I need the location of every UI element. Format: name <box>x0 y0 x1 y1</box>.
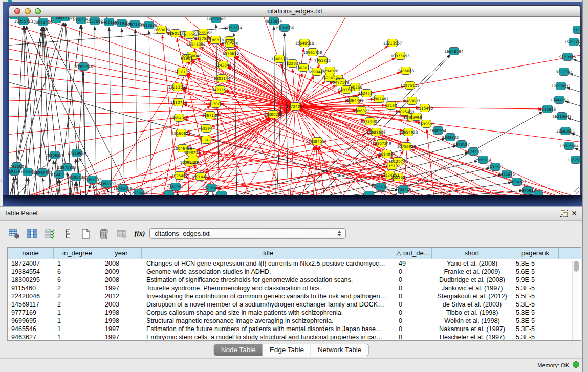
graph-node-label: 9242848 <box>215 63 232 68</box>
float-panel-icon[interactable] <box>560 210 568 217</box>
graph-node-label: 1112 <box>573 28 580 32</box>
cell-in_degree: 1 <box>54 333 101 341</box>
cell-pagerank: 5.3E-5 <box>512 325 559 333</box>
cell-in_degree: 1 <box>54 317 101 325</box>
graph-node-label: 19654983 <box>169 116 188 120</box>
graph-node-label: 3267130 <box>202 113 219 118</box>
table-header-row: namein_degreeyeartitle△ out_de…shortpage… <box>8 248 581 259</box>
graph-node-label: 10807487 <box>369 97 388 101</box>
column-filter-icon[interactable] <box>44 228 56 240</box>
graph-node[interactable] <box>217 191 227 196</box>
cell-title: Estimation of the future numbers of pati… <box>142 325 395 333</box>
graph-edge[interactable] <box>142 110 291 196</box>
network-canvas[interactable]: 1905571320691406169377191065325715276026… <box>9 17 580 195</box>
graph-edge[interactable] <box>298 76 314 102</box>
graph-node-label: 16120746 <box>388 159 407 164</box>
cell-year: 2012 <box>101 292 142 300</box>
table-row[interactable]: 946554611997Estimation of the future num… <box>8 325 581 333</box>
cell-short: Yano et al. (2008) <box>432 259 512 268</box>
graph-node-label: 9115460 <box>417 106 433 111</box>
cell-short: Nakamura et al. (1997) <box>432 325 512 333</box>
column-header-in_degree[interactable]: in_degree <box>54 248 101 259</box>
column-header-out_de[interactable]: △ out_de… <box>395 248 432 259</box>
graph-node-label: 3498222 <box>184 150 201 155</box>
table-row[interactable]: 1872400712008Changes of HCN gene express… <box>8 259 581 268</box>
cell-short: Franke et al. (2009) <box>432 268 512 276</box>
table-row[interactable]: 911546021997Tourette syndrome. Phenomeno… <box>8 284 581 292</box>
right-scrollbar-strip[interactable] <box>582 0 588 372</box>
graph-node-label: 10688609 <box>366 130 385 135</box>
network-window-titlebar[interactable]: citations_edges.txt <box>9 6 580 17</box>
memory-status-icon <box>573 361 579 368</box>
table-row[interactable]: 946362711997Embryonic stem cells: a mode… <box>8 333 581 341</box>
delete-trash-icon[interactable] <box>98 228 110 240</box>
column-header-title[interactable]: title <box>142 248 395 259</box>
cell-in_degree: 2 <box>54 284 101 292</box>
graph-node-label: 16914479 <box>191 174 210 179</box>
graph-node-label: 9227342 <box>556 70 573 74</box>
import-table-icon[interactable] <box>116 228 128 240</box>
graph-node-label: 17359934 <box>67 151 86 156</box>
graph-node-label: 20053346 <box>74 64 93 69</box>
select-columns-icon[interactable] <box>26 228 38 240</box>
table-row[interactable]: 977716911998Corpus callosum shape and si… <box>8 309 581 317</box>
cell-short: de Silva et al. (2003) <box>432 300 512 309</box>
table-row[interactable]: 2242004622012Investigating the contribut… <box>8 292 581 300</box>
graph-edge[interactable] <box>48 160 54 195</box>
tab-edge-table[interactable]: Edge Table <box>263 344 311 356</box>
cell-out_de: 0 <box>395 325 432 333</box>
graph-edge[interactable] <box>95 26 96 195</box>
graph-edge[interactable] <box>122 28 124 195</box>
row-height-icon[interactable] <box>62 228 74 240</box>
column-header-pagerank[interactable]: pagerank <box>512 248 559 259</box>
table-scrollbar-thumb[interactable] <box>574 261 579 272</box>
table-row[interactable]: 969969511998Structural magnetic resonanc… <box>8 317 581 325</box>
cell-out_de: 0 <box>395 309 432 317</box>
left-splitter-strip[interactable]: ⤵ <box>0 0 3 206</box>
tab-network-table[interactable]: Network Table <box>311 344 368 356</box>
column-header-name[interactable]: name <box>8 248 54 259</box>
table-panel-titlebar[interactable]: Table Panel ✕ <box>0 206 582 221</box>
graph-node-label: 10756928 <box>397 144 416 149</box>
cell-name: 9115460 <box>8 284 54 292</box>
tab-node-table[interactable]: Node Table <box>214 344 263 356</box>
table-selector-combo[interactable]: citations_edges.txt <box>149 228 346 239</box>
graph-node[interactable] <box>364 191 374 196</box>
graph-node-label: 7357224 <box>226 26 243 30</box>
column-header-year[interactable]: year <box>101 248 142 259</box>
column-header-short[interactable]: short <box>432 248 512 259</box>
collapse-panel-icon[interactable]: ⤵ <box>0 178 4 183</box>
table-row[interactable]: 1830029562008Estimation of significance … <box>8 276 581 284</box>
graph-node-label: 53594 <box>200 126 212 131</box>
table-selector-value: citations_edges.txt <box>155 230 210 237</box>
network-window: citations_edges.txt 19055713206914061693… <box>9 5 581 195</box>
cell-out_de: 49 <box>395 259 432 268</box>
cell-title: Embryonic stem cells: a model to study s… <box>142 333 395 341</box>
graph-edge[interactable] <box>60 133 403 195</box>
graph-node-label: 10654122 <box>507 180 526 184</box>
table-row[interactable]: 1938455462009Genome-wide association stu… <box>8 268 581 276</box>
graph-node-label: 7515526 <box>141 23 158 28</box>
desktop-top-strip <box>0 0 588 2</box>
network-graph[interactable]: 1905571320691406169377191065325715276026… <box>9 17 580 195</box>
graph-node[interactable] <box>164 191 174 196</box>
new-file-icon[interactable] <box>80 228 92 240</box>
graph-node-label: 6879197 <box>453 142 470 147</box>
cell-in_degree: 1 <box>54 325 101 333</box>
table-scrollbar[interactable] <box>572 260 579 340</box>
graph-node-label: 12444151 <box>550 98 569 102</box>
function-builder-icon[interactable]: f(x) <box>134 228 146 240</box>
graph-edge[interactable] <box>46 27 133 195</box>
table-row[interactable]: 1456911722003Disruption of a novel membe… <box>8 300 581 309</box>
cell-short: Stergiakouli et al. (2012) <box>432 292 512 300</box>
graph-edge[interactable] <box>367 195 369 195</box>
table-options-icon[interactable] <box>8 228 20 240</box>
cell-year: 2003 <box>101 300 142 309</box>
graph-edge[interactable] <box>353 168 490 195</box>
graph-node-label: 7955812 <box>314 58 331 63</box>
graph-node-label: 9245612 <box>519 188 536 193</box>
cell-title: Corpus callosum shape and size in male p… <box>142 309 395 317</box>
cell-title: Tourette syndrome. Phenomenology and cla… <box>142 284 395 292</box>
graph-edge[interactable] <box>293 69 295 101</box>
close-panel-icon[interactable]: ✕ <box>571 209 577 218</box>
